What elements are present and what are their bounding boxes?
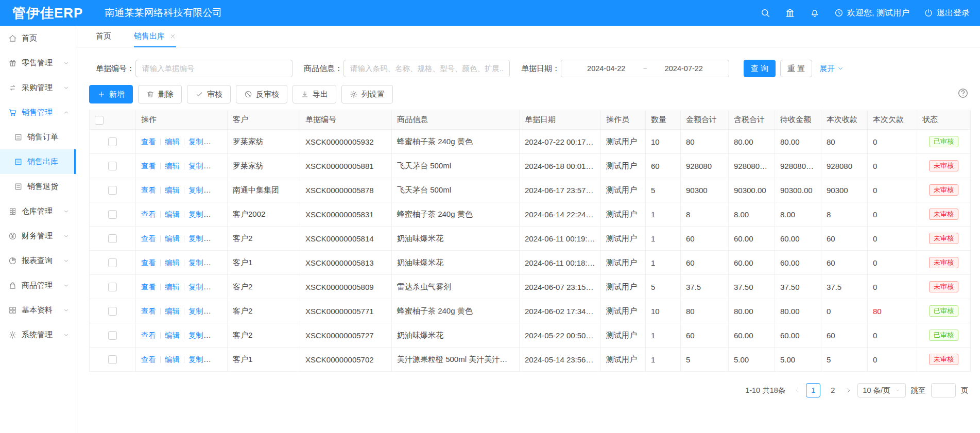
row-action-copy[interactable]: 复制 [188,210,211,218]
row-action-delete[interactable]: 删除 [212,234,227,243]
row-action-edit[interactable]: 编辑 [165,234,180,243]
welcome-user[interactable]: 欢迎您, 测试用户 [834,8,909,19]
logout-button[interactable]: 退出登录 [924,8,970,19]
sidebar-item-label: 商品管理 [22,281,53,290]
sidebar-item-basic[interactable]: 基本资料 [0,298,76,322]
row-action-delete[interactable]: 删除 [212,307,227,315]
row-action-edit[interactable]: 编辑 [165,307,180,315]
page-jump-input[interactable] [931,383,956,397]
left-icon[interactable] [794,387,801,394]
question-icon[interactable] [957,88,969,99]
row-action-view[interactable]: 查看 [141,186,156,194]
sidebar-item-finance[interactable]: 财务管理 [0,223,76,248]
row-action-view[interactable]: 查看 [141,331,156,339]
select-all-checkbox[interactable] [95,116,104,125]
row-action-edit[interactable]: 编辑 [165,283,180,291]
row-action-delete[interactable]: 删除 [212,355,227,363]
row-action-delete[interactable]: 删除 [212,331,227,339]
bell-icon[interactable] [810,8,820,18]
row-action-copy[interactable]: 复制 [188,282,211,291]
cell-date: 2024-06-14 22:24:51 [520,202,601,227]
sidebar-item-sales-return[interactable]: 销售退货 [0,174,76,199]
row-checkbox[interactable] [108,234,117,243]
row-action-edit[interactable]: 编辑 [165,162,180,170]
row-action-copy[interactable]: 复制 [188,306,211,315]
row-action-copy[interactable]: 复制 [188,161,211,170]
row-checkbox[interactable] [108,162,117,170]
row-action-view[interactable]: 查看 [141,283,156,291]
row-action-view[interactable]: 查看 [141,234,156,243]
row-action-edit[interactable]: 编辑 [165,137,180,146]
page-number-1[interactable]: 1 [806,383,820,397]
sidebar-item-sales[interactable]: 销售管理 [0,100,76,125]
date-range-picker[interactable]: 2024-04-22 ~ 2024-07-22 [561,60,729,77]
row-action-edit[interactable]: 编辑 [165,186,180,194]
row-action-copy[interactable]: 复制 [188,258,211,267]
row-action-delete[interactable]: 删除 [212,283,227,291]
right-icon[interactable] [845,387,852,394]
sidebar-item-report[interactable]: 报表查询 [0,248,76,273]
sidebar-item-sales-outbound[interactable]: 销售出库 [0,149,76,174]
row-action-delete[interactable]: 删除 [212,186,227,194]
sidebar-item-retail[interactable]: 零售管理 [0,50,76,75]
add-button[interactable]: 新增 [89,85,133,103]
close-icon[interactable] [169,33,176,40]
row-checkbox[interactable] [108,258,117,267]
org-icon[interactable] [785,8,795,18]
row-action-view[interactable]: 查看 [141,137,156,146]
row-action-view[interactable]: 查看 [141,162,156,170]
query-button[interactable]: 查 询 [744,60,776,77]
doc-no-input[interactable] [135,60,293,77]
row-action-delete[interactable]: 删除 [212,210,227,218]
row-action-view[interactable]: 查看 [141,258,156,267]
product-input[interactable] [343,60,510,77]
date-separator: ~ [643,64,647,73]
reset-button[interactable]: 重 置 [780,60,812,77]
row-action-view[interactable]: 查看 [141,307,156,315]
row-action-copy[interactable]: 复制 [188,137,211,146]
row-checkbox[interactable] [108,137,117,146]
row-checkbox[interactable] [108,186,117,195]
row-action-edit[interactable]: 编辑 [165,258,180,267]
sidebar-item-warehouse[interactable]: 仓库管理 [0,199,76,223]
row-action-delete[interactable]: 删除 [212,162,227,170]
date-end[interactable]: 2024-07-22 [665,64,703,73]
button-label: 新增 [109,90,125,99]
cell-amount: 80 [681,299,729,323]
sidebar-item-home[interactable]: 首页 [0,26,76,50]
row-action-edit[interactable]: 编辑 [165,355,180,363]
row-action-copy[interactable]: 复制 [188,185,211,194]
row-action-copy[interactable]: 复制 [188,355,211,363]
row-action-copy[interactable]: 复制 [188,331,211,339]
row-action-copy[interactable]: 复制 [188,234,211,243]
button-label: 导出 [313,90,328,99]
tab-home[interactable]: 首页 [96,26,111,47]
row-checkbox[interactable] [108,210,117,219]
row-action-delete[interactable]: 删除 [212,258,227,267]
date-start[interactable]: 2024-04-22 [587,64,625,73]
row-checkbox[interactable] [108,355,117,364]
audit-button[interactable]: 审核 [187,85,231,103]
row-action-view[interactable]: 查看 [141,210,156,218]
row-checkbox[interactable] [108,331,117,340]
row-action-delete[interactable]: 删除 [212,137,227,146]
search-icon[interactable] [760,8,770,18]
page-number-2[interactable]: 2 [826,383,840,397]
expand-filters-link[interactable]: 展开 [819,64,844,74]
export-button[interactable]: 导出 [293,85,336,103]
column-settings-button[interactable]: 列设置 [341,85,393,103]
page-size-select[interactable]: 10 条/页 [857,383,905,397]
tab-sales-outbound[interactable]: 销售出库 [134,26,176,47]
row-checkbox[interactable] [108,283,117,291]
row-checkbox[interactable] [108,307,117,316]
row-action-edit[interactable]: 编辑 [165,210,180,218]
row-action-edit[interactable]: 编辑 [165,331,180,339]
cell-receivable: 37.50 [775,275,821,299]
sidebar-item-goods[interactable]: 商品管理 [0,273,76,298]
row-action-view[interactable]: 查看 [141,355,156,363]
sidebar-item-sales-order[interactable]: 销售订单 [0,125,76,149]
unaudit-button[interactable]: 反审核 [236,85,287,103]
sidebar-item-system[interactable]: 系统管理 [0,322,76,347]
delete-button[interactable]: 删除 [138,85,182,103]
sidebar-item-purchase[interactable]: 采购管理 [0,75,76,100]
